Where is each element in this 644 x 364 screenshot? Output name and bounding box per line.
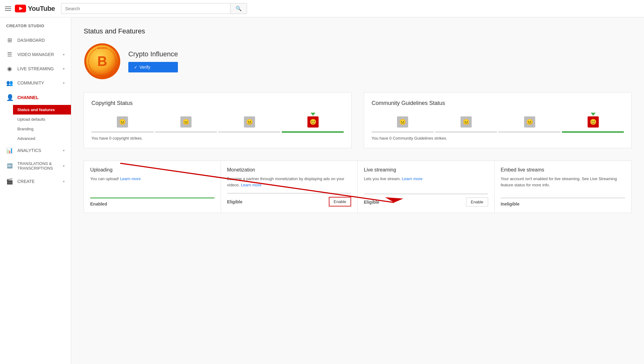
create-icon: 🎬: [6, 178, 13, 185]
sidebar-item-label: CHANNEL: [17, 95, 65, 100]
svg-text:CRYPTO INFLUENCE: CRYPTO INFLUENCE: [93, 75, 112, 76]
sidebar-item-community[interactable]: 👥 COMMUNITY ▾: [0, 76, 71, 90]
feature-status-monetization: Eligible: [227, 199, 243, 204]
sidebar-item-translations[interactable]: 🔤 TRANSLATIONS &TRANSCRIPTIONS ▾: [0, 158, 71, 174]
copyright-status-text: You have 0 copyright strikes.: [91, 136, 344, 141]
chevron-down-icon: ▾: [63, 81, 65, 85]
cg-strike-slot-3: 😐: [499, 116, 560, 128]
sidebar-item-label: ANALYTICS: [17, 148, 59, 153]
logo: YouTube: [15, 5, 55, 13]
sidebar-item-live-streaming[interactable]: ◉ LIVE STREAMING ▾: [0, 62, 71, 76]
features-container: Uploading You can upload! Learn more Ena…: [84, 161, 632, 213]
brand-name: YouTube: [28, 5, 55, 13]
translations-icon: 🔤: [6, 163, 13, 169]
feature-title-live-streaming: Live streaming: [364, 167, 488, 173]
svg-text:B: B: [97, 54, 107, 69]
chevron-down-icon: ▾: [63, 180, 65, 184]
enable-monetization-button[interactable]: Enable: [329, 197, 351, 206]
page-title: Status and Features: [84, 27, 632, 35]
features-grid: Uploading You can upload! Learn more Ena…: [84, 161, 632, 213]
feature-desc-monetization: Become a partner through monetization by…: [227, 176, 351, 188]
bar-seg-1: [91, 131, 154, 133]
sidebar-sub-advanced[interactable]: Advanced: [17, 134, 71, 143]
feature-desc-live-streaming: Lets you live stream. Learn more: [364, 176, 488, 188]
sidebar-item-label: TRANSLATIONS &TRANSCRIPTIONS: [17, 161, 59, 171]
chevron-down-icon: ▾: [63, 149, 65, 153]
sidebar-item-label: LIVE STREAMING: [17, 66, 59, 71]
cg-bar-seg-3: [498, 131, 561, 133]
feature-desc-embed-live: Your account isn't enabled for live stre…: [501, 176, 625, 193]
sidebar-sub-branding[interactable]: Branding: [17, 124, 71, 134]
feature-footer-monetization: Eligible Enable: [227, 193, 351, 206]
chevron-down-icon: ▾: [63, 53, 65, 57]
svg-text:BOOSTO: BOOSTO: [98, 47, 107, 49]
channel-profile: B BOOSTO CRYPTO INFLUENCE Crypto Influen…: [84, 43, 632, 80]
feature-status-live-streaming: Eligible: [364, 200, 379, 205]
video-manager-icon: ☰: [6, 51, 13, 58]
dashboard-icon: ⊞: [6, 37, 13, 44]
learn-more-live-streaming-link[interactable]: Learn more: [402, 176, 422, 181]
channel-avatar: B BOOSTO CRYPTO INFLUENCE: [84, 43, 121, 80]
checkmark-icon: ✓: [134, 65, 138, 70]
analytics-icon: 📊: [6, 147, 13, 154]
sidebar-item-create[interactable]: 🎬 CREATE ▾: [0, 174, 71, 188]
search-button[interactable]: 🔍: [230, 3, 247, 14]
bar-seg-4: [282, 131, 344, 133]
cg-strike-slot-1: 😐: [372, 116, 433, 128]
sidebar-item-label: COMMUNITY: [17, 80, 59, 85]
feature-title-uploading: Uploading: [90, 167, 214, 173]
feature-footer-live-streaming: Eligible Enable: [364, 193, 488, 206]
search-bar[interactable]: 🔍: [61, 3, 247, 14]
strike-slot-3: 😐: [218, 116, 280, 128]
sidebar-item-video-manager[interactable]: ☰ VIDEO MANAGER ▾: [0, 47, 71, 62]
channel-icon: 👤: [6, 94, 13, 101]
chevron-down-icon: ▾: [63, 164, 65, 168]
bar-seg-2: [155, 131, 217, 133]
feature-card-embed-live: Embed live streams Your account isn't en…: [495, 161, 632, 213]
cg-strike-slot-2: 😐: [435, 116, 497, 128]
green-indicator-icon: [311, 113, 315, 116]
community-icon: 👥: [6, 80, 13, 86]
verify-button[interactable]: ✓ Verify: [128, 62, 178, 72]
sidebar-item-analytics[interactable]: 📊 ANALYTICS ▾: [0, 143, 71, 158]
topbar: YouTube 🔍: [0, 0, 644, 17]
feature-card-monetization: Monetization Become a partner through mo…: [221, 161, 358, 213]
main-content: Status and Features B BOOSTO: [71, 17, 644, 364]
search-input[interactable]: [61, 3, 230, 14]
feature-footer-embed-live: Ineligible: [501, 197, 625, 206]
sidebar-item-channel[interactable]: 👤 CHANNEL: [0, 90, 71, 105]
copyright-status-title: Copyright Status: [91, 100, 344, 106]
community-guidelines-title: Community Guidelines Status: [372, 100, 624, 106]
menu-icon[interactable]: [5, 6, 11, 11]
strike-slot-1: 😐: [91, 116, 153, 128]
learn-more-uploading-link[interactable]: Learn more: [120, 176, 140, 181]
sidebar-sub-status-features[interactable]: Status and features: [13, 105, 71, 115]
sidebar: CREATOR STUDIO ⊞ DASHBOARD ☰ VIDEO MANAG…: [0, 17, 71, 364]
verify-label: Verify: [139, 65, 150, 70]
learn-more-monetization-link[interactable]: Learn more: [241, 183, 261, 187]
feature-desc-uploading: You can upload! Learn more: [90, 176, 214, 193]
strike-face-neutral-1: 😐: [117, 116, 128, 128]
live-streaming-icon: ◉: [6, 65, 13, 72]
chevron-down-icon: ▾: [63, 67, 65, 71]
channel-submenu: Status and features Upload defaults Bran…: [0, 105, 71, 143]
sidebar-item-dashboard[interactable]: ⊞ DASHBOARD: [0, 33, 71, 47]
community-strikes-bar: 😐 😐 😐 😊: [372, 113, 624, 128]
strike-slot-2: 😐: [155, 116, 217, 128]
strike-slot-4: 😊: [282, 113, 344, 128]
cg-bar-seg-1: [372, 131, 434, 133]
bar-seg-3: [218, 131, 280, 133]
cg-bar-seg-2: [435, 131, 497, 133]
layout: CREATOR STUDIO ⊞ DASHBOARD ☰ VIDEO MANAG…: [0, 17, 644, 364]
copyright-status-section: Copyright Status 😐 😐 😐 😊: [84, 92, 351, 148]
cg-strike-face-neutral-3: 😐: [524, 116, 535, 128]
cg-strike-slot-4: 😊: [562, 113, 624, 128]
feature-title-embed-live: Embed live streams: [501, 167, 625, 173]
feature-footer-uploading: Enabled: [90, 197, 214, 206]
enable-live-streaming-button[interactable]: Enable: [466, 197, 488, 206]
cg-strike-face-neutral-1: 😐: [397, 116, 408, 128]
sidebar-item-label: DASHBOARD: [17, 38, 65, 43]
sidebar-sub-upload-defaults[interactable]: Upload defaults: [17, 115, 71, 124]
feature-card-live-streaming: Live streaming Lets you live stream. Lea…: [358, 161, 495, 213]
feature-title-monetization: Monetization: [227, 167, 351, 173]
